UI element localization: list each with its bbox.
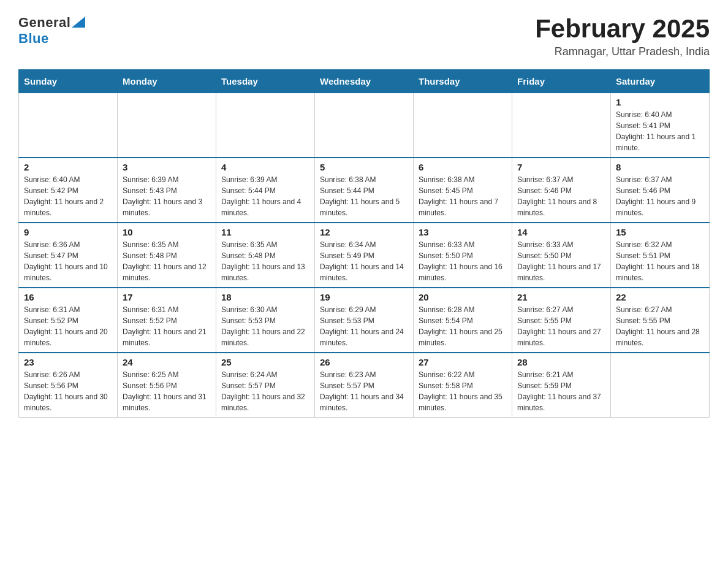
weekday-header-friday: Friday: [512, 70, 611, 93]
calendar-cell: 19Sunrise: 6:29 AM Sunset: 5:53 PM Dayli…: [315, 288, 414, 353]
calendar-cell: [315, 93, 414, 158]
weekday-header-saturday: Saturday: [611, 70, 710, 93]
day-number: 16: [24, 292, 112, 302]
weekday-header-wednesday: Wednesday: [315, 70, 414, 93]
day-info: Sunrise: 6:33 AM Sunset: 5:50 PM Dayligh…: [517, 239, 605, 283]
calendar-cell: 28Sunrise: 6:21 AM Sunset: 5:59 PM Dayli…: [512, 353, 611, 418]
day-info: Sunrise: 6:35 AM Sunset: 5:48 PM Dayligh…: [221, 239, 309, 283]
logo: General Blue: [18, 15, 85, 47]
day-number: 24: [123, 357, 211, 367]
day-number: 7: [517, 162, 605, 172]
day-info: Sunrise: 6:40 AM Sunset: 5:41 PM Dayligh…: [616, 109, 704, 153]
day-info: Sunrise: 6:30 AM Sunset: 5:53 PM Dayligh…: [221, 304, 309, 348]
calendar-cell: [611, 353, 710, 418]
day-info: Sunrise: 6:39 AM Sunset: 5:43 PM Dayligh…: [123, 174, 211, 218]
title-block: February 2025 Ramnagar, Uttar Pradesh, I…: [535, 15, 710, 58]
month-title: February 2025: [535, 15, 710, 43]
day-number: 13: [419, 227, 507, 237]
day-info: Sunrise: 6:31 AM Sunset: 5:52 PM Dayligh…: [123, 304, 211, 348]
day-info: Sunrise: 6:37 AM Sunset: 5:46 PM Dayligh…: [616, 174, 704, 218]
day-number: 3: [123, 162, 211, 172]
calendar-cell: 8Sunrise: 6:37 AM Sunset: 5:46 PM Daylig…: [611, 158, 710, 223]
day-number: 9: [24, 227, 112, 237]
day-info: Sunrise: 6:34 AM Sunset: 5:49 PM Dayligh…: [320, 239, 408, 283]
day-number: 5: [320, 162, 408, 172]
day-number: 11: [221, 227, 309, 237]
calendar-week-row: 16Sunrise: 6:31 AM Sunset: 5:52 PM Dayli…: [19, 288, 710, 353]
day-info: Sunrise: 6:25 AM Sunset: 5:56 PM Dayligh…: [123, 369, 211, 413]
day-info: Sunrise: 6:21 AM Sunset: 5:59 PM Dayligh…: [517, 369, 605, 413]
day-info: Sunrise: 6:27 AM Sunset: 5:55 PM Dayligh…: [517, 304, 605, 348]
day-number: 20: [419, 292, 507, 302]
calendar-cell: 23Sunrise: 6:26 AM Sunset: 5:56 PM Dayli…: [19, 353, 118, 418]
calendar-cell: [512, 93, 611, 158]
day-number: 4: [221, 162, 309, 172]
day-info: Sunrise: 6:24 AM Sunset: 5:57 PM Dayligh…: [221, 369, 309, 413]
calendar-cell: 1Sunrise: 6:40 AM Sunset: 5:41 PM Daylig…: [611, 93, 710, 158]
calendar-week-row: 2Sunrise: 6:40 AM Sunset: 5:42 PM Daylig…: [19, 158, 710, 223]
day-number: 10: [123, 227, 211, 237]
day-number: 2: [24, 162, 112, 172]
day-number: 25: [221, 357, 309, 367]
day-number: 15: [616, 227, 704, 237]
calendar-cell: 18Sunrise: 6:30 AM Sunset: 5:53 PM Dayli…: [216, 288, 315, 353]
svg-marker-0: [72, 17, 85, 28]
day-info: Sunrise: 6:38 AM Sunset: 5:45 PM Dayligh…: [419, 174, 507, 218]
calendar-cell: 14Sunrise: 6:33 AM Sunset: 5:50 PM Dayli…: [512, 223, 611, 288]
calendar-cell: 3Sunrise: 6:39 AM Sunset: 5:43 PM Daylig…: [118, 158, 216, 223]
day-info: Sunrise: 6:38 AM Sunset: 5:44 PM Dayligh…: [320, 174, 408, 218]
calendar-cell: [118, 93, 216, 158]
calendar-cell: 5Sunrise: 6:38 AM Sunset: 5:44 PM Daylig…: [315, 158, 414, 223]
day-info: Sunrise: 6:27 AM Sunset: 5:55 PM Dayligh…: [616, 304, 704, 348]
calendar-header: SundayMondayTuesdayWednesdayThursdayFrid…: [19, 70, 710, 93]
calendar-week-row: 9Sunrise: 6:36 AM Sunset: 5:47 PM Daylig…: [19, 223, 710, 288]
calendar-cell: [414, 93, 512, 158]
calendar-week-row: 1Sunrise: 6:40 AM Sunset: 5:41 PM Daylig…: [19, 93, 710, 158]
calendar-table: SundayMondayTuesdayWednesdayThursdayFrid…: [18, 69, 710, 418]
calendar-cell: 27Sunrise: 6:22 AM Sunset: 5:58 PM Dayli…: [414, 353, 512, 418]
day-info: Sunrise: 6:36 AM Sunset: 5:47 PM Dayligh…: [24, 239, 112, 283]
weekday-header-sunday: Sunday: [19, 70, 118, 93]
day-number: 22: [616, 292, 704, 302]
day-info: Sunrise: 6:33 AM Sunset: 5:50 PM Dayligh…: [419, 239, 507, 283]
day-number: 23: [24, 357, 112, 367]
day-info: Sunrise: 6:32 AM Sunset: 5:51 PM Dayligh…: [616, 239, 704, 283]
calendar-cell: 13Sunrise: 6:33 AM Sunset: 5:50 PM Dayli…: [414, 223, 512, 288]
logo-blue-text: Blue: [18, 31, 49, 47]
day-info: Sunrise: 6:29 AM Sunset: 5:53 PM Dayligh…: [320, 304, 408, 348]
logo-triangle-icon: [72, 17, 85, 28]
day-number: 8: [616, 162, 704, 172]
calendar-cell: 10Sunrise: 6:35 AM Sunset: 5:48 PM Dayli…: [118, 223, 216, 288]
calendar-cell: 20Sunrise: 6:28 AM Sunset: 5:54 PM Dayli…: [414, 288, 512, 353]
day-number: 18: [221, 292, 309, 302]
calendar-cell: 7Sunrise: 6:37 AM Sunset: 5:46 PM Daylig…: [512, 158, 611, 223]
weekday-header-monday: Monday: [118, 70, 216, 93]
day-number: 21: [517, 292, 605, 302]
day-info: Sunrise: 6:23 AM Sunset: 5:57 PM Dayligh…: [320, 369, 408, 413]
day-number: 14: [517, 227, 605, 237]
day-number: 12: [320, 227, 408, 237]
weekday-header-row: SundayMondayTuesdayWednesdayThursdayFrid…: [19, 70, 710, 93]
calendar-cell: 25Sunrise: 6:24 AM Sunset: 5:57 PM Dayli…: [216, 353, 315, 418]
calendar-cell: 26Sunrise: 6:23 AM Sunset: 5:57 PM Dayli…: [315, 353, 414, 418]
logo-general-text: General: [18, 15, 70, 31]
calendar-cell: 6Sunrise: 6:38 AM Sunset: 5:45 PM Daylig…: [414, 158, 512, 223]
day-info: Sunrise: 6:40 AM Sunset: 5:42 PM Dayligh…: [24, 174, 112, 218]
calendar-cell: 15Sunrise: 6:32 AM Sunset: 5:51 PM Dayli…: [611, 223, 710, 288]
calendar-week-row: 23Sunrise: 6:26 AM Sunset: 5:56 PM Dayli…: [19, 353, 710, 418]
day-info: Sunrise: 6:37 AM Sunset: 5:46 PM Dayligh…: [517, 174, 605, 218]
day-info: Sunrise: 6:26 AM Sunset: 5:56 PM Dayligh…: [24, 369, 112, 413]
day-number: 28: [517, 357, 605, 367]
day-number: 26: [320, 357, 408, 367]
day-info: Sunrise: 6:39 AM Sunset: 5:44 PM Dayligh…: [221, 174, 309, 218]
weekday-header-tuesday: Tuesday: [216, 70, 315, 93]
calendar-cell: 17Sunrise: 6:31 AM Sunset: 5:52 PM Dayli…: [118, 288, 216, 353]
calendar-cell: 22Sunrise: 6:27 AM Sunset: 5:55 PM Dayli…: [611, 288, 710, 353]
day-number: 17: [123, 292, 211, 302]
calendar-cell: 24Sunrise: 6:25 AM Sunset: 5:56 PM Dayli…: [118, 353, 216, 418]
calendar-cell: 12Sunrise: 6:34 AM Sunset: 5:49 PM Dayli…: [315, 223, 414, 288]
calendar-cell: 2Sunrise: 6:40 AM Sunset: 5:42 PM Daylig…: [19, 158, 118, 223]
location-title: Ramnagar, Uttar Pradesh, India: [535, 45, 710, 58]
day-info: Sunrise: 6:35 AM Sunset: 5:48 PM Dayligh…: [123, 239, 211, 283]
weekday-header-thursday: Thursday: [414, 70, 512, 93]
